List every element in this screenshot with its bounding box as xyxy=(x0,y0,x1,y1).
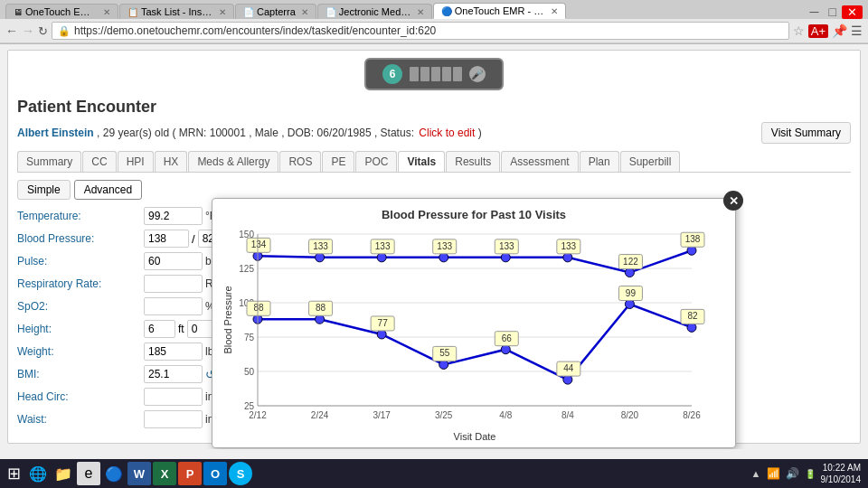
patient-mrn: MRN: 100001 xyxy=(179,127,246,139)
patient-status-label: Status: xyxy=(381,127,414,139)
svg-text:2/12: 2/12 xyxy=(249,410,267,420)
taskbar: ⊞ 🌐 📁 e 🔵 W X P O S ▲ 📶 🔊 🔋 10:22 AM 9/1… xyxy=(0,459,868,488)
browser-tab-5-active[interactable]: 🔵OneTouch EMR - Encoun...✕ xyxy=(433,3,566,19)
tab-vitals[interactable]: Vitals xyxy=(398,151,445,172)
vital-input-6[interactable] xyxy=(144,343,203,361)
browser-tab-1[interactable]: 🖥OneTouch EMR - Ready✕ xyxy=(5,4,118,19)
vital-input-0[interactable] xyxy=(144,207,203,225)
svg-text:8/26: 8/26 xyxy=(683,410,701,420)
sys-icon-arrow[interactable]: ▲ xyxy=(751,468,761,479)
patient-details: Albert Einstein , 29 year(s) old ( MRN: … xyxy=(17,127,482,139)
svg-text:138: 138 xyxy=(685,234,701,244)
tab-cc[interactable]: CC xyxy=(82,151,116,172)
browser-tab-2[interactable]: 📋Task List - Insights✕ xyxy=(119,4,234,19)
tab-close-1[interactable]: ✕ xyxy=(103,7,110,17)
logo-bars xyxy=(410,67,462,81)
ext-icon-1[interactable]: A+ xyxy=(808,24,828,38)
visit-summary-btn[interactable]: Visit Summary xyxy=(761,122,851,144)
taskbar-right: ▲ 📶 🔊 🔋 10:22 AM 9/10/2014 xyxy=(751,462,864,485)
vital-input-8[interactable] xyxy=(144,388,203,406)
vital-label-1: Blood Pressure: xyxy=(17,232,144,245)
url-bar[interactable]: 🔒 https://demo.onetouchemr.com/encounter… xyxy=(52,22,789,40)
svg-text:82: 82 xyxy=(687,311,698,321)
taskbar-icon-ie[interactable]: 🌐 xyxy=(26,462,50,485)
tab-summary[interactable]: Summary xyxy=(17,151,81,172)
sys-icon-battery: 🔋 xyxy=(805,469,816,479)
taskbar-icon-ppt[interactable]: P xyxy=(178,462,202,485)
reload-btn[interactable]: ↻ xyxy=(38,24,48,38)
app-container: 6 🎤 Patient Encounter Albert Einstein , … xyxy=(7,50,861,444)
vital-input-7[interactable] xyxy=(144,365,203,383)
tab-medsallergy[interactable]: Meds & Allergy xyxy=(188,151,278,172)
start-button[interactable]: ⊞ xyxy=(4,464,24,483)
taskbar-icon-excel[interactable]: X xyxy=(153,462,176,485)
vital-input-4[interactable] xyxy=(144,297,203,315)
browser-chrome: 🖥OneTouch EMR - Ready✕ 📋Task List - Insi… xyxy=(0,0,868,44)
browser-minimize[interactable]: ─ xyxy=(806,5,824,19)
tab-pe[interactable]: PE xyxy=(322,151,354,172)
tab-close-3[interactable]: ✕ xyxy=(301,7,308,17)
tab-superbill[interactable]: Superbill xyxy=(620,151,681,172)
height-ft-input[interactable] xyxy=(144,320,175,338)
tab-assessment[interactable]: Assessment xyxy=(501,151,578,172)
vital-label-2: Pulse: xyxy=(17,255,144,267)
tab-results[interactable]: Results xyxy=(446,151,500,172)
taskbar-icon-outlook[interactable]: O xyxy=(203,462,227,485)
forward-btn[interactable]: → xyxy=(22,23,34,38)
svg-text:Blood Pressure: Blood Pressure xyxy=(222,286,233,353)
vitals-section: Temperature:°F↺GraphBlood Pressure:/Grap… xyxy=(17,207,851,428)
vital-label-7: BMI: xyxy=(17,368,144,380)
logo-circle-icon: 6 xyxy=(382,64,402,84)
vital-label-5: Height: xyxy=(17,323,144,335)
svg-text:8/20: 8/20 xyxy=(621,410,639,420)
taskbar-icon-folder[interactable]: 📁 xyxy=(52,462,75,485)
svg-text:50: 50 xyxy=(244,367,255,377)
tab-close-4[interactable]: ✕ xyxy=(417,7,424,17)
taskbar-icon-chrome[interactable]: 🔵 xyxy=(102,462,126,485)
browser-maximize[interactable]: □ xyxy=(825,5,841,19)
browser-tab-3[interactable]: 📄Capterra✕ xyxy=(235,4,316,19)
taskbar-icon-skype[interactable]: S xyxy=(229,462,252,485)
tab-ros[interactable]: ROS xyxy=(279,151,321,172)
svg-text:122: 122 xyxy=(623,257,638,267)
blood-pressure-chart: 2550751001251502/122/243/173/254/88/48/2… xyxy=(222,225,710,442)
taskbar-icon-word[interactable]: W xyxy=(127,462,151,485)
sys-icon-network: 📶 xyxy=(767,467,780,480)
patient-age-val: 29 year(s) old xyxy=(103,127,169,139)
chart-title: Blood Pressure for Past 10 Visits xyxy=(222,208,726,221)
svg-text:75: 75 xyxy=(244,333,255,343)
patient-status-action[interactable]: Click to edit xyxy=(419,127,475,139)
patient-info-row: Albert Einstein , 29 year(s) old ( MRN: … xyxy=(17,122,851,144)
svg-text:8/4: 8/4 xyxy=(561,410,574,420)
microphone-icon: 🎤 xyxy=(469,66,486,82)
bp-systolic-input[interactable] xyxy=(144,230,189,248)
sub-tab-advanced[interactable]: Advanced xyxy=(74,180,142,200)
menu-icon[interactable]: ☰ xyxy=(851,23,863,38)
vital-label-9: Waist: xyxy=(17,413,144,426)
vital-input-9[interactable] xyxy=(144,410,203,428)
patient-age: , xyxy=(97,127,103,139)
tab-close-2[interactable]: ✕ xyxy=(219,7,226,17)
tab-hpi[interactable]: HPI xyxy=(118,151,154,172)
browser-tab-4[interactable]: 📄Jectronic Medical Res...✕ xyxy=(317,4,432,19)
sub-tab-simple[interactable]: Simple xyxy=(17,180,71,200)
overlay-close-btn[interactable]: ✕ xyxy=(723,191,743,211)
vital-label-4: SpO2: xyxy=(17,300,144,313)
browser-close[interactable]: ✕ xyxy=(842,5,863,19)
vital-input-2[interactable] xyxy=(144,252,203,270)
tab-poc[interactable]: POC xyxy=(355,151,397,172)
star-icon[interactable]: ☆ xyxy=(793,23,805,38)
back-btn[interactable]: ← xyxy=(5,23,18,38)
svg-text:3/17: 3/17 xyxy=(373,410,391,420)
tab-hx[interactable]: HX xyxy=(155,151,188,172)
taskbar-icon-ie2[interactable]: e xyxy=(77,462,100,485)
patient-name-link[interactable]: Albert Einstein xyxy=(17,127,94,139)
vital-input-3[interactable] xyxy=(144,275,203,293)
svg-text:55: 55 xyxy=(439,348,450,358)
tab-close-5[interactable]: ✕ xyxy=(551,6,558,16)
svg-text:44: 44 xyxy=(563,363,574,373)
ext-icon-2[interactable]: 📌 xyxy=(832,23,847,38)
tab-plan[interactable]: Plan xyxy=(580,151,619,172)
patient-gender: Male xyxy=(255,127,278,139)
svg-text:99: 99 xyxy=(626,288,637,298)
